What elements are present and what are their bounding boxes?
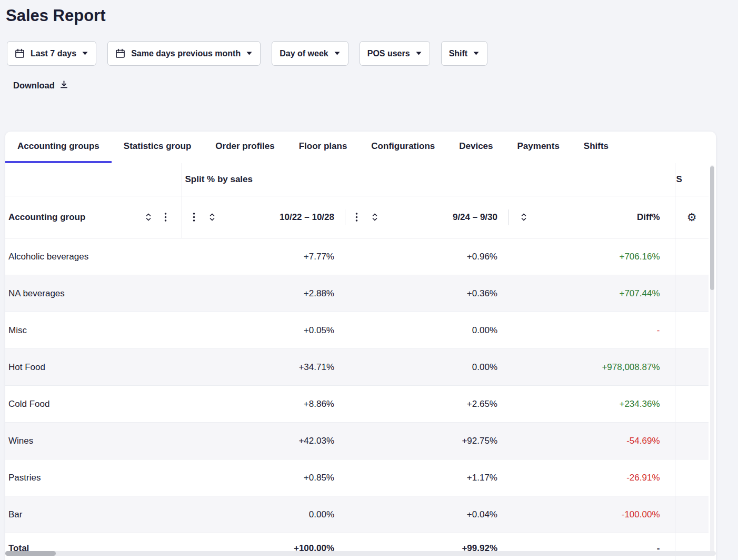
tab-devices[interactable]: Devices <box>447 132 505 163</box>
current-period-column-label: 10/22 – 10/28 <box>280 212 334 223</box>
diff-value: -54.69% <box>508 423 675 459</box>
chevron-down-icon <box>334 52 340 55</box>
filter-same-days-previous-month[interactable]: Same days previous month <box>107 41 261 66</box>
column-header-current-period: 10/22 – 10/28 <box>182 196 345 238</box>
accounting-group-name: NA beverages <box>5 275 182 312</box>
column-header-previous-period: 9/24 – 9/30 <box>345 196 508 238</box>
current-period-value: +0.05% <box>182 312 345 349</box>
previous-period-value: +0.04% <box>345 496 508 533</box>
previous-period-value: +0.36% <box>345 275 508 312</box>
previous-period-value: +99.92% <box>345 533 508 560</box>
chevron-down-icon <box>416 52 422 55</box>
filter-day-of-week[interactable]: Day of week <box>272 41 348 66</box>
accounting-group-name: Cold Food <box>5 386 182 423</box>
column-header-row: Accounting group 10/22 – 10/28 <box>5 196 709 238</box>
kebab-menu-icon[interactable] <box>355 212 358 222</box>
tab-statistics-group[interactable]: Statistics group <box>112 132 203 163</box>
tab-configurations[interactable]: Configurations <box>359 132 447 163</box>
sort-icon[interactable] <box>145 212 152 222</box>
kebab-menu-icon[interactable] <box>193 212 195 222</box>
current-period-value: +100.00% <box>182 533 345 560</box>
current-period-value: 0.00% <box>182 496 345 533</box>
column-header-settings: ⚙ <box>675 196 709 238</box>
table-body: Alcoholic beverages+7.77%+0.96%+706.16%N… <box>5 238 709 560</box>
gear-icon[interactable]: ⚙ <box>687 212 697 223</box>
vertical-scrollbar-thumb[interactable] <box>710 166 714 290</box>
filter-shift[interactable]: Shift <box>441 41 488 66</box>
filter-label: Same days previous month <box>131 49 241 58</box>
filter-label: Day of week <box>280 49 328 58</box>
chevron-down-icon <box>246 52 252 55</box>
current-period-value: +42.03% <box>182 423 345 459</box>
current-period-value: +2.88% <box>182 275 345 312</box>
table-row: Hot Food+34.71%0.00%+978,008.87% <box>5 349 709 386</box>
group-header-empty <box>5 163 182 196</box>
download-icon <box>59 80 68 91</box>
previous-period-value: +92.75% <box>345 423 508 459</box>
diff-value: +707.44% <box>508 275 675 312</box>
column-header-diff: Diff% <box>508 196 675 238</box>
row-settings-cell <box>675 459 709 496</box>
sort-icon[interactable] <box>372 212 378 222</box>
filter-pos-users[interactable]: POS users <box>360 41 430 66</box>
download-button[interactable]: Download <box>13 80 68 91</box>
filter-label: POS users <box>367 49 410 58</box>
row-settings-cell <box>675 349 709 386</box>
previous-period-value: +1.17% <box>345 459 508 496</box>
tab-bar: Accounting groupsStatistics groupOrder p… <box>5 132 716 163</box>
diff-value: +706.16% <box>508 238 675 275</box>
current-period-value: +34.71% <box>182 349 345 386</box>
diff-value: - <box>508 533 675 560</box>
horizontal-scrollbar-thumb[interactable] <box>5 551 56 556</box>
accounting-group-name: Alcoholic beverages <box>5 238 182 275</box>
table-row: Pastries+0.85%+1.17%-26.91% <box>5 459 709 496</box>
chevron-down-icon <box>82 52 88 55</box>
group-header-next-clipped: S <box>675 163 709 196</box>
filter-label: Last 7 days <box>31 49 76 58</box>
kebab-menu-icon[interactable] <box>164 212 167 222</box>
total-row: Total+100.00%+99.92%- <box>5 533 709 560</box>
table-row: NA beverages+2.88%+0.36%+707.44% <box>5 275 709 312</box>
vertical-scrollbar[interactable] <box>710 165 714 553</box>
calendar-icon <box>15 48 25 58</box>
table-row: Alcoholic beverages+7.77%+0.96%+706.16% <box>5 238 709 275</box>
previous-period-value: +2.65% <box>345 386 508 423</box>
tab-payments[interactable]: Payments <box>505 132 572 163</box>
row-settings-cell <box>675 275 709 312</box>
horizontal-scrollbar[interactable] <box>5 551 716 556</box>
tab-floor-plans[interactable]: Floor plans <box>287 132 360 163</box>
accounting-group-name: Hot Food <box>5 349 182 386</box>
row-settings-cell <box>675 238 709 275</box>
download-label: Download <box>13 81 55 91</box>
tab-shifts[interactable]: Shifts <box>572 132 621 163</box>
diff-column-label: Diff% <box>637 212 660 223</box>
report-card: Accounting groupsStatistics groupOrder p… <box>5 132 716 560</box>
column-header-accounting-group: Accounting group <box>5 196 182 238</box>
row-settings-cell <box>675 312 709 349</box>
accounting-group-name: Wines <box>5 423 182 459</box>
filter-last-7-days[interactable]: Last 7 days <box>7 41 96 66</box>
accounting-group-name: Misc <box>5 312 182 349</box>
current-period-value: +7.77% <box>182 238 345 275</box>
table-row: Wines+42.03%+92.75%-54.69% <box>5 423 709 459</box>
row-settings-cell <box>675 386 709 423</box>
accounting-group-name: Bar <box>5 496 182 533</box>
chevron-down-icon <box>473 52 479 55</box>
accounting-group-column-label: Accounting group <box>8 212 85 223</box>
sort-icon[interactable] <box>209 212 215 222</box>
tab-order-profiles[interactable]: Order profiles <box>203 132 286 163</box>
diff-value: -26.91% <box>508 459 675 496</box>
diff-value: +234.36% <box>508 386 675 423</box>
diff-value: +978,008.87% <box>508 349 675 386</box>
previous-period-column-label: 9/24 – 9/30 <box>453 212 497 223</box>
table-row: Cold Food+8.86%+2.65%+234.36% <box>5 386 709 423</box>
diff-value: - <box>508 312 675 349</box>
sort-icon[interactable] <box>521 212 527 222</box>
previous-period-value: +0.96% <box>345 238 508 275</box>
filter-bar: Last 7 daysSame days previous monthDay o… <box>7 41 738 66</box>
sales-table: Split % by sales S Accounting group <box>5 163 709 560</box>
tab-accounting-groups[interactable]: Accounting groups <box>5 132 112 163</box>
group-header-clipped-label: S <box>676 174 682 185</box>
calendar-icon <box>115 48 125 58</box>
row-settings-cell <box>675 533 709 560</box>
